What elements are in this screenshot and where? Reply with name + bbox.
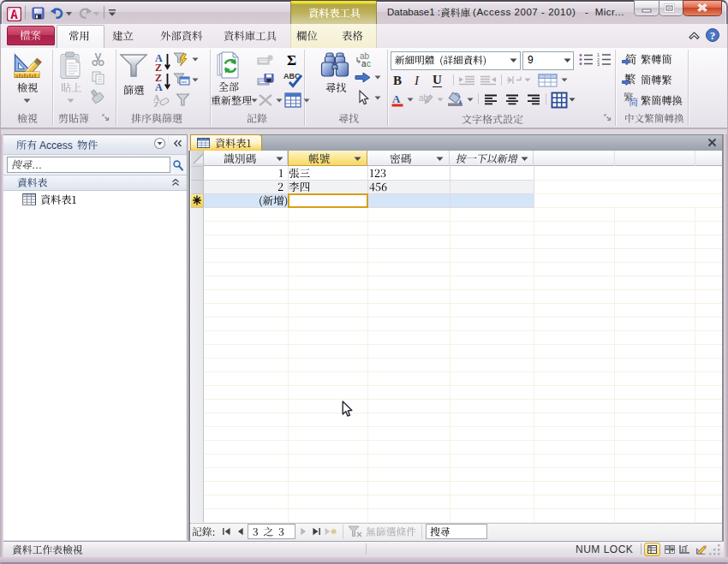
svg-text:Z: Z [153, 100, 159, 108]
svg-text:3: 3 [597, 62, 600, 66]
svg-text:?: ? [710, 29, 716, 42]
svg-text:c: c [367, 59, 371, 68]
svg-text:A: A [155, 81, 163, 92]
svg-text:Z: Z [155, 62, 162, 72]
svg-text:A: A [392, 92, 401, 105]
